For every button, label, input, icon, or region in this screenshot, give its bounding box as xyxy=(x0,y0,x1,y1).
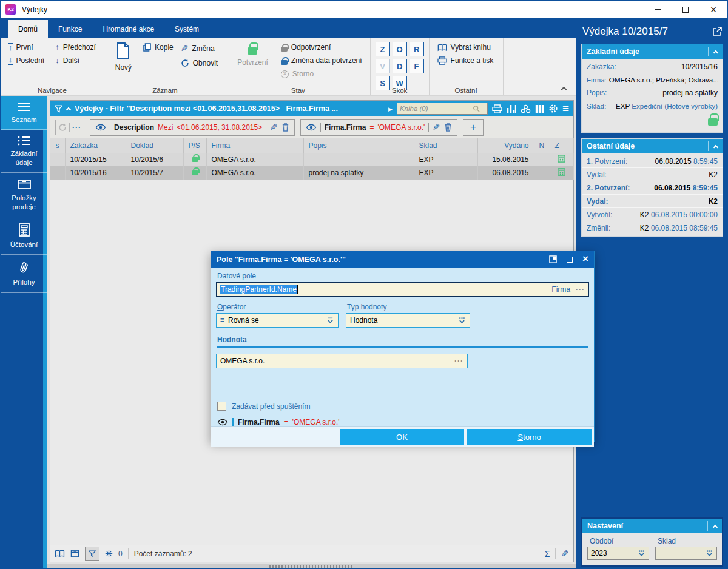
section-header[interactable]: Základní údaje xyxy=(582,44,723,59)
tab-system[interactable]: Systém xyxy=(164,20,209,38)
sidebar-item-uctovani[interactable]: Účtování xyxy=(1,217,47,255)
sidebar-item-prilohy[interactable]: Přílohy xyxy=(1,255,47,292)
filter-icon xyxy=(89,550,96,557)
filter-condition-description[interactable]: Description Mezi <01.06.2015, 31.08.2015… xyxy=(90,119,295,136)
columns-icon[interactable] xyxy=(535,104,544,113)
edit-condition-icon[interactable] xyxy=(433,122,440,133)
first-button[interactable]: ↑ První xyxy=(5,41,47,54)
modules-icon[interactable] xyxy=(521,104,531,113)
refresh-disabled-icon[interactable] xyxy=(58,123,67,132)
jump-key-r[interactable]: R xyxy=(410,42,424,56)
chart-icon[interactable] xyxy=(507,104,516,113)
run-before-checkbox[interactable] xyxy=(217,402,226,411)
ok-button[interactable]: OK xyxy=(340,429,464,445)
edit-condition-icon[interactable] xyxy=(270,122,278,133)
table-header-row[interactable]: s Zakázka Doklad P/S Firma Popis Sklad V… xyxy=(50,138,573,153)
table-row[interactable]: 10/2015/15 10/2015/6 OMEGA s.r.o. EXP 15… xyxy=(50,153,573,166)
book-search-input[interactable] xyxy=(400,105,473,112)
select-book-button[interactable]: Vybrat knihu xyxy=(434,41,498,54)
minimize-button[interactable] xyxy=(644,1,672,18)
last-button[interactable]: ↓ Poslední xyxy=(5,54,47,67)
sidebar-item-seznam[interactable]: Seznam xyxy=(1,96,47,130)
dialog-titlebar[interactable]: Pole "Firma.Firma = 'OMEGA s.r.o.'" xyxy=(211,251,594,268)
jump-key-v[interactable]: V xyxy=(376,59,390,73)
more-options-button[interactable] xyxy=(72,123,81,132)
collapse-section-button[interactable] xyxy=(708,47,718,56)
collapse-section-button[interactable] xyxy=(708,141,718,151)
collapse-section-button[interactable] xyxy=(707,521,717,531)
book-icon[interactable] xyxy=(55,550,65,557)
tab-hromadne-akce[interactable]: Hromadné akce xyxy=(92,20,164,38)
menu-icon[interactable] xyxy=(562,102,569,115)
tab-funkce[interactable]: Funkce xyxy=(48,20,92,38)
sidebar-item-polozky-prodeje[interactable]: Položky prodeje xyxy=(1,173,47,217)
filter-toggle-active[interactable] xyxy=(85,547,99,561)
container-icon[interactable] xyxy=(70,550,79,557)
change-confirm-date-button[interactable]: Změna data potvrzení xyxy=(278,54,365,67)
jump-key-z[interactable]: Z xyxy=(376,42,390,56)
previous-button[interactable]: ↑ Předchozí xyxy=(52,41,99,54)
close-button[interactable] xyxy=(699,1,727,18)
filter-condition-firma[interactable]: Firma.Firma = 'OMEGA s.r.o.' xyxy=(300,119,457,136)
confirm-button[interactable]: Potvrzení xyxy=(231,41,274,81)
obdobi-select[interactable]: 2023 xyxy=(587,547,649,560)
eye-icon xyxy=(217,419,228,426)
value-browse-button[interactable] xyxy=(454,357,463,365)
detail-panel: Výdejka 10/2015/7 Základní údaje Zakázka… xyxy=(581,24,723,567)
field-row: 1. Potvrzení: 06.08.2015 8:59:45 xyxy=(582,155,723,168)
gray-lock-icon xyxy=(281,47,288,52)
maximize-icon xyxy=(682,7,689,13)
operator-select[interactable]: Rovná se xyxy=(216,313,339,328)
new-button[interactable]: Nový xyxy=(109,41,138,72)
dialog-maximize-button[interactable] xyxy=(567,257,573,263)
section-header[interactable]: Ostatní údaje xyxy=(582,139,723,153)
play-icon[interactable] xyxy=(388,104,393,113)
jump-key-f[interactable]: F xyxy=(410,59,424,73)
delete-condition-icon[interactable] xyxy=(444,123,452,132)
jump-key-d[interactable]: D xyxy=(393,59,407,73)
settings-gear-icon[interactable] xyxy=(548,104,558,113)
print-icon[interactable] xyxy=(492,104,502,113)
snowflake-icon[interactable] xyxy=(105,550,113,557)
value-type-select[interactable]: Hodnota xyxy=(346,313,470,328)
delete-condition-icon[interactable] xyxy=(281,123,289,132)
dock-icon[interactable] xyxy=(549,255,557,263)
browse-button[interactable] xyxy=(576,285,585,294)
ribbon-tab-bar: Domů Funkce Hromadné akce Systém xyxy=(1,18,576,38)
dialog-close-button[interactable] xyxy=(582,255,588,264)
functions-print-button[interactable]: Funkce a tisk xyxy=(434,54,498,67)
eye-icon[interactable] xyxy=(95,124,106,131)
filter-funnel-icon[interactable] xyxy=(55,105,62,113)
value-input[interactable]: OMEGA s.r.o. xyxy=(216,354,468,368)
sidebar-item-zakladni-udaje[interactable]: Základní údaje xyxy=(1,130,47,173)
book-search-box[interactable] xyxy=(397,103,488,115)
ribbon-collapse-button[interactable] xyxy=(562,85,567,90)
data-field-input[interactable]: TradingPartnerId.Name Firma xyxy=(216,282,589,297)
storno-button[interactable]: Storno xyxy=(278,67,365,81)
maximize-button[interactable] xyxy=(672,1,699,18)
run-before-label: Zadávat před spuštěním xyxy=(232,402,310,411)
dropdown-chevron-icon xyxy=(326,317,334,324)
edit-pencil-icon xyxy=(181,43,189,54)
collapse-chevron-icon[interactable] xyxy=(66,107,71,112)
accounting-calc-icon xyxy=(558,155,565,163)
copy-button[interactable]: Kopie xyxy=(140,41,177,54)
section-header[interactable]: Nastavení xyxy=(582,519,722,533)
storno-button[interactable]: Storno xyxy=(467,429,592,445)
sum-icon[interactable] xyxy=(545,549,550,559)
eye-icon[interactable] xyxy=(306,124,317,131)
tab-domu[interactable]: Domů xyxy=(8,20,48,38)
sklad-select[interactable] xyxy=(655,547,717,560)
refresh-button[interactable]: Obnovit xyxy=(178,56,221,70)
external-link-icon[interactable] xyxy=(712,27,722,36)
section-nastaveni: Nastavení Období 2023 Sklad xyxy=(581,517,723,567)
add-condition-button[interactable] xyxy=(463,119,484,136)
table-row-selected[interactable]: 10/2015/16 10/2015/7 OMEGA s.r.o. prodej… xyxy=(50,166,573,180)
unconfirm-button[interactable]: Odpotvrzení xyxy=(278,41,365,54)
change-button[interactable]: Změna xyxy=(178,41,221,56)
next-button[interactable]: ↓ Další xyxy=(52,54,99,67)
quick-edit-icon[interactable] xyxy=(561,548,569,559)
jump-key-o[interactable]: O xyxy=(393,42,407,56)
equals-icon xyxy=(220,316,224,325)
resize-grip[interactable] xyxy=(269,565,354,568)
